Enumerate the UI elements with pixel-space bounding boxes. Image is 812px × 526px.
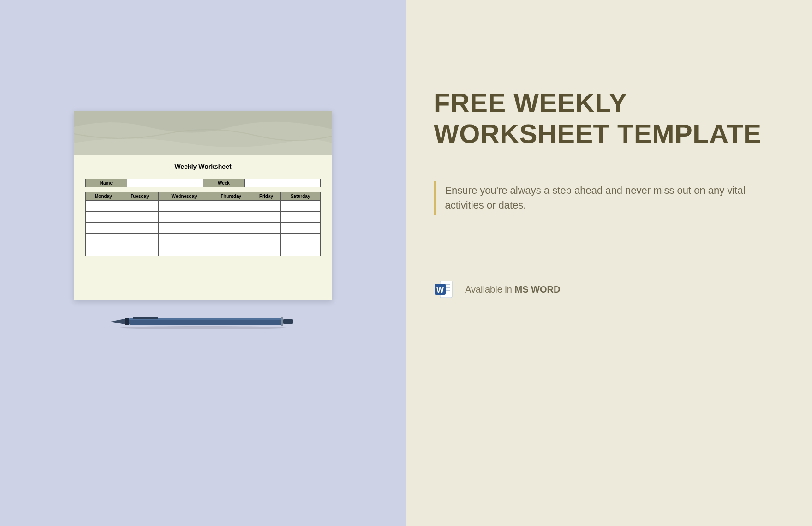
- week-label: Week: [203, 179, 245, 187]
- preview-panel: Weekly Worksheet Name Week MondayTuesday…: [0, 0, 406, 526]
- grid-cell: [158, 201, 210, 212]
- grid-cell: [158, 245, 210, 256]
- grid-cell: [121, 245, 158, 256]
- pen-decoration: [111, 315, 295, 329]
- grid-cell: [210, 223, 252, 234]
- grid-cell: [158, 212, 210, 223]
- grid-cell: [86, 223, 121, 234]
- day-header: Monday: [86, 192, 121, 201]
- template-preview: Weekly Worksheet Name Week MondayTuesday…: [74, 111, 332, 300]
- template-title: FREE WEEKLY WORKSHEET TEMPLATE: [434, 88, 784, 149]
- grid-cell: [210, 212, 252, 223]
- grid-cell: [281, 234, 321, 245]
- grid-cell: [210, 201, 252, 212]
- grid-cell: [252, 212, 280, 223]
- ms-word-icon: W: [434, 279, 454, 299]
- svg-rect-7: [133, 317, 158, 319]
- name-value: [127, 179, 203, 187]
- availability-row: W Available in MS WORD: [434, 279, 784, 299]
- availability-prefix: Available in: [465, 284, 514, 294]
- grid-cell: [210, 234, 252, 245]
- grid-cell: [252, 223, 280, 234]
- tagline-block: Ensure you're always a step ahead and ne…: [434, 181, 784, 215]
- svg-rect-2: [125, 318, 129, 325]
- day-grid: MondayTuesdayWednesdayThursdayFridaySatu…: [85, 192, 321, 256]
- grid-cell: [281, 245, 321, 256]
- svg-rect-6: [283, 319, 293, 324]
- day-header: Wednesday: [158, 192, 210, 201]
- day-header: Friday: [252, 192, 280, 201]
- day-header: Saturday: [281, 192, 321, 201]
- svg-text:W: W: [436, 286, 444, 294]
- worksheet-title: Weekly Worksheet: [85, 163, 321, 170]
- grid-cell: [121, 201, 158, 212]
- grid-cell: [252, 201, 280, 212]
- grid-cell: [86, 212, 121, 223]
- tagline-text: Ensure you're always a step ahead and ne…: [445, 181, 784, 215]
- availability-text: Available in MS WORD: [465, 284, 560, 295]
- grid-cell: [158, 234, 210, 245]
- day-header: Tuesday: [121, 192, 158, 201]
- grid-cell: [281, 201, 321, 212]
- grid-cell: [121, 223, 158, 234]
- day-header: Thursday: [210, 192, 252, 201]
- svg-marker-1: [111, 318, 127, 325]
- grid-cell: [210, 245, 252, 256]
- grid-cell: [158, 223, 210, 234]
- grid-cell: [86, 234, 121, 245]
- accent-bar: [434, 181, 436, 215]
- name-label: Name: [86, 179, 127, 187]
- info-table: Name Week: [85, 179, 321, 187]
- grid-cell: [86, 201, 121, 212]
- grid-cell: [281, 223, 321, 234]
- week-value: [245, 179, 321, 187]
- grid-cell: [121, 234, 158, 245]
- worksheet-banner: [74, 111, 332, 155]
- worksheet-body: Weekly Worksheet Name Week MondayTuesday…: [74, 155, 332, 265]
- svg-point-8: [120, 326, 286, 329]
- availability-format: MS WORD: [514, 284, 560, 294]
- grid-cell: [121, 212, 158, 223]
- info-panel: FREE WEEKLY WORKSHEET TEMPLATE Ensure yo…: [406, 0, 812, 526]
- grid-cell: [252, 234, 280, 245]
- grid-cell: [252, 245, 280, 256]
- grid-cell: [86, 245, 121, 256]
- svg-rect-5: [281, 317, 283, 326]
- grid-cell: [281, 212, 321, 223]
